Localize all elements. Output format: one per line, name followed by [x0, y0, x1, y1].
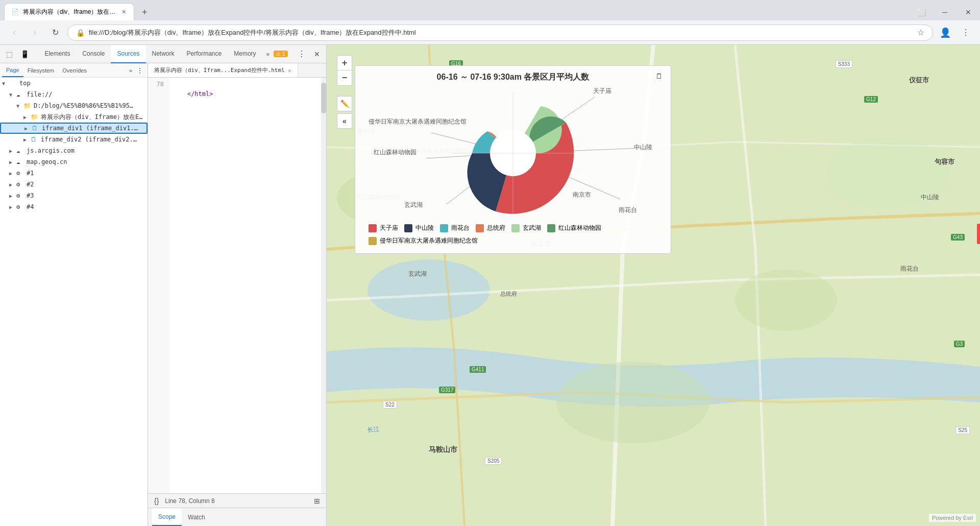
sidebar-tab-overrides[interactable]: Overrides [58, 63, 91, 77]
star-icon[interactable]: ☆ [917, 28, 924, 37]
folder-icon: 📁 [23, 102, 32, 109]
address-text[interactable]: file:///D:/blog/将展示内容（div、Iframe）放在Expan… [89, 28, 913, 37]
tab-watch[interactable]: Watch [182, 508, 211, 526]
arrow-icon: ▶ [9, 182, 16, 187]
tree-item-3[interactable]: ▶ ⚙ #3 [0, 190, 148, 201]
code-tab-active[interactable]: 将展示内容（div、Ifram...Expand控件中.html ✕ [148, 63, 298, 77]
arrow-icon: ▶ [9, 204, 16, 210]
nav-bar: ‹ › ↻ 🔒 file:///D:/blog/将展示内容（div、Iframe… [0, 20, 980, 45]
tab-sources[interactable]: Sources [111, 45, 145, 63]
tree-item-iframe-div2[interactable]: ▶ 🗒 iframe_div2 (iframe_div2.html) [0, 134, 148, 145]
road-g311: G411 [470, 366, 486, 373]
tab-console[interactable]: Console [76, 45, 111, 63]
pencil-tool-button[interactable]: ✏️ [337, 96, 352, 111]
legend-label-chishanlin: 红山森林动物园 [558, 224, 601, 232]
sidebar-options-button[interactable]: ⋮ [134, 66, 145, 75]
device-mode-button[interactable]: 📱 [17, 47, 32, 61]
code-scrollbar-thumb[interactable] [321, 83, 326, 113]
city-label-jurong: 句容市 [935, 157, 954, 166]
forward-button[interactable]: › [27, 25, 43, 41]
tab-scope[interactable]: Scope [152, 508, 182, 526]
toggle-bottom-panel[interactable]: ⊞ [314, 497, 320, 505]
tree-label: map.geoq.cn [27, 158, 67, 165]
tree-item-iframe-div1[interactable]: ▶ 🗒 iframe_div1 (iframe_div1.html) [0, 123, 148, 134]
sidebar-more-button[interactable]: » [127, 67, 134, 74]
format-button[interactable]: {} [154, 497, 159, 505]
pie-chart [452, 92, 574, 214]
devtools-tabs: Elements Console Sources Network Perform… [38, 45, 287, 63]
collapse-button[interactable]: « [337, 113, 352, 129]
arrow-icon: ▶ [9, 159, 16, 165]
tab-close-icon[interactable]: ✕ [119, 8, 128, 16]
chart-label-tianzi: 天子庙 [593, 87, 611, 95]
tab-bar: 📄 将展示内容（div、Iframe）放在… ✕ + ⬜ ─ ✕ [0, 0, 980, 20]
city-label-zongtonfu: 总统府 [500, 290, 517, 298]
lock-icon: 🔒 [76, 29, 85, 37]
devtools-menu-button[interactable]: ⋮ [295, 47, 309, 61]
chart-options-button[interactable]: 🗒 [655, 72, 663, 80]
river-label: 长江 [367, 425, 380, 435]
code-tab-close[interactable]: ✕ [288, 67, 291, 74]
tab-elements[interactable]: Elements [38, 45, 76, 63]
back-button[interactable]: ‹ [6, 25, 22, 41]
tree-item-2[interactable]: ▶ ⚙ #2 [0, 179, 148, 190]
chart-body: 侵华日军南京大屠杀遇难同胞纪念馆 天子庙 中山陵 雨花台 南京市 玄武湖 红山森… [363, 87, 663, 220]
legend-label-tianzi: 天子庙 [380, 224, 398, 232]
gear-icon: ⚙ [16, 181, 24, 188]
zoom-in-button[interactable]: + [337, 55, 352, 70]
active-tab[interactable]: 📄 将展示内容（div、Iframe）放在… ✕ [4, 3, 134, 20]
restore-button[interactable]: ⬜ [910, 4, 933, 20]
new-tab-button[interactable]: + [136, 4, 153, 20]
profile-button[interactable]: 👤 [937, 25, 953, 41]
legend-label-qinhua: 侵华日军南京大屠杀遇难同胞纪念馆 [380, 236, 478, 245]
zoom-controls: + − [337, 55, 352, 86]
arrow-icon: ▶ [9, 193, 16, 199]
tab-performance[interactable]: Performance [181, 45, 228, 63]
legend-color-chishanlin [547, 224, 555, 232]
code-scrollbar-track[interactable] [321, 78, 326, 493]
zoom-out-button[interactable]: − [337, 70, 352, 86]
tree-item-4[interactable]: ▶ ⚙ #4 [0, 201, 148, 212]
svg-point-1 [368, 259, 490, 321]
tree-item-map-geoq[interactable]: ▶ ☁ map.geoq.cn [0, 156, 148, 168]
chart-label-nanjingshi: 南京市 [573, 190, 591, 199]
arrow-icon: ▶ [23, 137, 31, 142]
line-numbers: 78 [148, 78, 168, 493]
file-tree-panel: Page Filesystem Overrides » ⋮ ▼ top [0, 63, 148, 526]
tab-network[interactable]: Network [146, 45, 181, 63]
minimize-button[interactable]: ─ [933, 4, 957, 20]
iframe-icon: 🗒 [32, 125, 40, 132]
legend-item-chishanlin: 红山森林动物园 [547, 224, 601, 232]
refresh-button[interactable]: ↻ [47, 25, 63, 41]
close-window-button[interactable]: ✕ [957, 4, 980, 20]
gear-icon: ⚙ [16, 170, 24, 177]
city-label-yuhuatai: 雨花台 [900, 265, 919, 273]
devtools-close-button[interactable]: ✕ [310, 47, 324, 61]
sidebar-tab-filesystem[interactable]: Filesystem [23, 63, 59, 77]
tree-item-top[interactable]: ▼ top [0, 78, 148, 89]
tree-item-expand-html[interactable]: ▶ 📁 将展示内容（div、Iframe）放在Expand按 [0, 111, 148, 123]
tab-memory[interactable]: Memory [228, 45, 262, 63]
address-bar[interactable]: 🔒 file:///D:/blog/将展示内容（div、Iframe）放在Exp… [67, 25, 933, 41]
legend-color-yuhuatai [440, 224, 448, 232]
tree-label: #1 [27, 170, 34, 177]
svg-point-4 [556, 362, 709, 443]
tree-item-dir[interactable]: ▼ 📁 D:/blog/%E5%B0%86%E5%B1%95%E7%A4% [0, 100, 148, 111]
inspect-element-button[interactable]: ⬚ [2, 47, 16, 61]
folder-icon: 📁 [31, 113, 39, 121]
more-button[interactable]: ⋮ [958, 25, 974, 41]
tree-item-file[interactable]: ▼ ☁ file:// [0, 89, 148, 100]
devtools-top-toolbar: ⬚ 📱 Elements Console Sources Network Per… [0, 45, 326, 63]
chart-label-chishanlin: 红山森林动物园 [374, 148, 416, 157]
chart-title: 06-16 ～ 07-16 9:30am 各景区月平均人数 [437, 72, 590, 83]
notification-badge: ⚠ 1 [274, 51, 287, 57]
chart-overlay: 06-16 ～ 07-16 9:30am 各景区月平均人数 🗒 侵华日军南京大屠… [355, 65, 671, 254]
more-tabs-button[interactable]: » [262, 45, 274, 63]
tree-item-1[interactable]: ▶ ⚙ #1 [0, 168, 148, 179]
cloud-icon: ☁ [16, 147, 24, 154]
tree-label: #2 [27, 181, 34, 188]
tree-item-js-arcgis[interactable]: ▶ ☁ js.arcgis.com [0, 145, 148, 156]
gear-icon: ⚙ [16, 192, 24, 199]
code-content: 78 </html> [148, 78, 326, 493]
sidebar-tab-page[interactable]: Page [2, 63, 23, 77]
